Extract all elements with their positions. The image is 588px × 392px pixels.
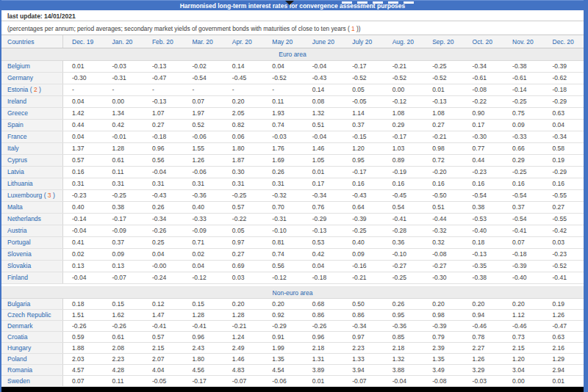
country-name[interactable]: Ireland (7, 98, 26, 105)
value-czech-republic-nov-20: 1.12 (503, 310, 543, 320)
value-finland-jan-20: -0.07 (103, 272, 143, 283)
country-link-sweden[interactable]: Sweden (1, 376, 63, 386)
column-header-countries[interactable]: Countries (1, 35, 63, 48)
column-header-mar-20[interactable]: Mar. 20 (183, 35, 223, 48)
value-romania-dec-20: 2.94 (544, 365, 584, 375)
country-name[interactable]: Austria (7, 227, 26, 234)
country-link-spain[interactable]: Spain (1, 120, 63, 131)
column-header-oct-20[interactable]: Oct. 20 (464, 35, 503, 48)
country-link-france[interactable]: France (1, 131, 63, 142)
footnote-2-link[interactable]: 2 (34, 86, 37, 93)
value-estonia-apr-20: - (223, 84, 263, 95)
value-france-dec-19: 0.04 (63, 131, 103, 142)
country-name[interactable]: Belgium (7, 62, 30, 70)
country-name[interactable]: Slovakia (7, 262, 31, 269)
country-link-germany[interactable]: Germany (1, 73, 63, 84)
country-link-poland[interactable]: Poland (1, 354, 63, 364)
column-header-aug-20[interactable]: Aug. 20 (384, 35, 423, 48)
footnote-3-link[interactable]: 3 (48, 192, 51, 199)
country-name[interactable]: Estonia (7, 86, 28, 93)
value-italy-dec-20: 0.58 (544, 143, 584, 154)
country-link-latvia[interactable]: Latvia (1, 167, 63, 178)
value-slovakia-oct-20: -0.35 (464, 261, 503, 272)
column-header-july-20[interactable]: July 20 (343, 35, 383, 48)
country-name[interactable]: Sweden (7, 377, 30, 385)
country-name[interactable]: Netherlands (7, 215, 41, 222)
country-link-bulgaria[interactable]: Bulgaria (1, 299, 63, 309)
column-header-june-20[interactable]: June 20 (304, 35, 343, 48)
value-slovakia-dec-19: 0.13 (63, 261, 103, 272)
country-link-finland[interactable]: Finland (1, 272, 63, 283)
country-link-malta[interactable]: Malta (1, 202, 63, 213)
value-italy-aug-20: 1.03 (384, 143, 423, 154)
country-link-slovenia[interactable]: Slovenia (1, 249, 63, 260)
country-name[interactable]: Greece (7, 109, 28, 117)
value-denmark-june-20: -0.26 (304, 321, 343, 331)
country-name[interactable]: Malta (7, 203, 23, 211)
column-header-sep-20[interactable]: Sep. 20 (423, 35, 463, 48)
country-link-belgium[interactable]: Belgium (1, 61, 63, 72)
country-name[interactable]: Slovenia (7, 250, 32, 258)
country-link-romania[interactable]: Romania (1, 365, 63, 375)
value-sweden-oct-20: -0.03 (464, 376, 503, 386)
country-link-greece[interactable]: Greece (1, 108, 63, 119)
value-estonia-jan-20: - (103, 84, 143, 95)
country-link-denmark[interactable]: Denmark (1, 321, 63, 331)
country-name[interactable]: Croatia (7, 333, 27, 341)
country-name[interactable]: Romania (7, 366, 32, 374)
country-name[interactable]: Spain (7, 121, 24, 128)
country-name[interactable]: Luxembourg (7, 192, 42, 199)
value-slovenia-june-20: 0.42 (304, 249, 343, 260)
column-header-nov-20[interactable]: Nov. 20 (503, 35, 543, 48)
column-header-apr-20[interactable]: Apr. 20 (223, 35, 263, 48)
country-link-ireland[interactable]: Ireland (1, 96, 63, 107)
column-header-feb-20[interactable]: Feb. 20 (143, 35, 183, 48)
country-link-lithuania[interactable]: Lithuania (1, 178, 63, 189)
country-name[interactable]: Germany (7, 74, 33, 81)
table-row-austria: Austria-0.04-0.09-0.26-0.090.05-0.10-0.1… (1, 225, 584, 237)
column-header-dec-20[interactable]: Dec. 20 (544, 35, 584, 48)
column-header-jan-20[interactable]: Jan. 20 (103, 35, 143, 48)
value-bulgaria-jan-20: 0.15 (103, 299, 143, 309)
country-link-italy[interactable]: Italy (1, 143, 63, 154)
value-ireland-nov-20: -0.25 (503, 96, 543, 107)
country-link-estonia[interactable]: Estonia ( 2 ) (1, 84, 63, 95)
value-malta-dec-19: 0.40 (63, 202, 103, 213)
value-ireland-sep-20: -0.13 (423, 96, 463, 107)
value-ireland-dec-19: 0.04 (63, 96, 103, 107)
column-header-may-20[interactable]: May 20 (263, 35, 303, 48)
country-name[interactable]: Latvia (7, 168, 24, 175)
country-link-czech-republic[interactable]: Czech Republic (1, 310, 63, 320)
value-malta-sep-20: 0.51 (423, 202, 463, 213)
country-name[interactable]: Finland (7, 274, 28, 281)
country-name[interactable]: Bulgaria (7, 300, 30, 308)
country-link-luxembourg[interactable]: Luxembourg ( 3 ) (1, 190, 63, 201)
country-name[interactable]: Hungary (7, 344, 31, 352)
value-finland-may-20: -0.12 (263, 272, 303, 283)
value-czech-republic-may-20: 0.92 (263, 310, 303, 320)
scroll-down-triangle-icon[interactable] (285, 1, 294, 5)
country-name[interactable]: Portugal (7, 239, 31, 246)
country-name[interactable]: Czech Republic (7, 311, 51, 319)
country-link-croatia[interactable]: Croatia (1, 332, 63, 342)
country-link-netherlands[interactable]: Netherlands (1, 214, 63, 225)
country-name[interactable]: Lithuania (7, 180, 33, 187)
value-luxembourg-feb-20: -0.43 (143, 190, 183, 201)
value-slovenia-may-20: 0.74 (263, 249, 303, 260)
column-header-dec-19[interactable]: Dec. 19 (63, 35, 103, 48)
country-name[interactable]: Denmark (7, 322, 32, 330)
subtitle-text: (percentages per annum; period averages;… (7, 25, 351, 32)
value-lithuania-dec-20: 0.16 (544, 178, 584, 189)
country-link-cyprus[interactable]: Cyprus (1, 155, 63, 166)
country-name[interactable]: Poland (7, 355, 26, 363)
country-name[interactable]: Italy (7, 145, 19, 152)
country-link-hungary[interactable]: Hungary (1, 343, 63, 353)
country-link-portugal[interactable]: Portugal (1, 237, 63, 248)
value-latvia-nov-20: -0.25 (503, 167, 543, 178)
country-name[interactable]: France (7, 133, 26, 140)
country-link-austria[interactable]: Austria (1, 225, 63, 236)
value-greece-oct-20: 0.90 (464, 108, 503, 119)
value-croatia-mar-20: 0.96 (183, 332, 223, 342)
country-link-slovakia[interactable]: Slovakia (1, 261, 63, 272)
country-name[interactable]: Cyprus (7, 156, 27, 164)
